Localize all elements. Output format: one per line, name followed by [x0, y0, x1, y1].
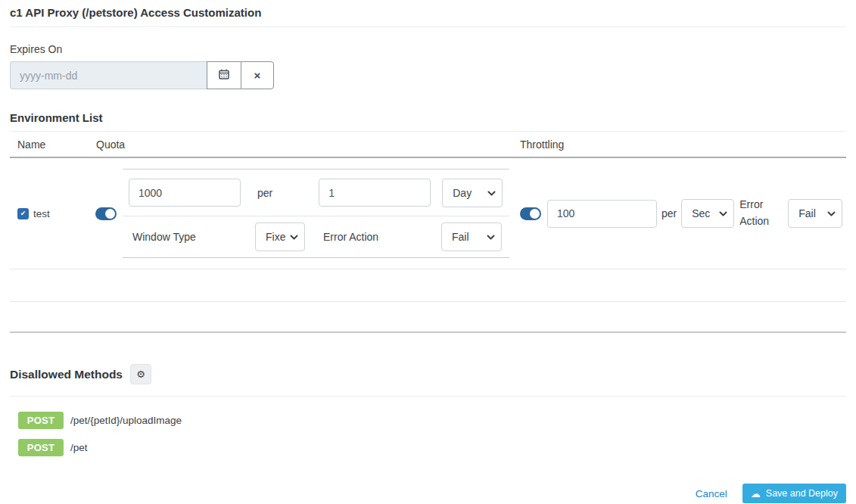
quota-options-row: Window Type Fixe Error Action Fail: [123, 216, 509, 258]
quota-enabled-toggle[interactable]: [95, 207, 117, 220]
method-badge: POST: [18, 439, 64, 456]
window-type-select-wrap: Fixe: [255, 222, 305, 251]
list-item: POST /pet/{petId}/uploadImage: [18, 412, 846, 429]
throttling-time-unit-select[interactable]: Sec: [681, 199, 734, 228]
disallowed-methods-header: Disallowed Methods ⚙: [10, 364, 846, 397]
environment-table-header: Name Quota Throttling: [10, 132, 846, 158]
footer-actions: Cancel ☁ Save and Deploy: [10, 484, 846, 504]
method-path: /pet: [70, 442, 88, 453]
list-item: POST /pet: [18, 439, 846, 456]
column-header-name: Name: [10, 138, 89, 151]
expires-date-input[interactable]: [10, 61, 207, 89]
clear-date-button[interactable]: ×: [241, 61, 274, 89]
cancel-button[interactable]: Cancel: [696, 488, 727, 499]
environment-name: test: [33, 208, 50, 219]
quota-per-label: per: [257, 187, 272, 199]
expires-on-label: Expires On: [10, 43, 846, 55]
configure-methods-button[interactable]: ⚙: [130, 364, 151, 384]
window-type-label: Window Type: [132, 231, 255, 243]
throttling-enabled-toggle[interactable]: [520, 207, 541, 220]
quota-cell: per Day Window Type Fi: [89, 169, 515, 258]
page-title: c1 API Proxy (/petstore) Access Customiz…: [10, 6, 846, 19]
calendar-button[interactable]: [207, 61, 241, 89]
throttling-error-action-select[interactable]: Fail: [788, 199, 842, 228]
column-header-quota: Quota: [89, 138, 515, 151]
cloud-icon: ☁: [751, 489, 761, 499]
environment-checkbox[interactable]: ✔: [17, 208, 29, 219]
expires-section: Expires On: [10, 43, 846, 89]
toggle-knob: [530, 209, 540, 219]
environment-table: Name Quota Throttling ✔ test per: [10, 132, 846, 333]
disallowed-methods-heading: Disallowed Methods: [10, 368, 123, 381]
empty-table-row: [10, 302, 846, 333]
quota-subtable: per Day Window Type Fi: [123, 169, 509, 258]
method-path: /pet/{petId}/uploadImage: [70, 415, 182, 426]
environment-list-heading: Environment List: [10, 111, 846, 132]
gear-icon: ⚙: [136, 369, 145, 380]
table-row: ✔ test per Day: [10, 158, 846, 269]
throttling-error-action-select-wrap: Fail: [788, 199, 842, 228]
throttling-error-action-label: Error Action: [739, 197, 779, 229]
close-icon: ×: [254, 70, 261, 81]
throttling-cell: per Sec Error Action Fail: [515, 197, 846, 229]
throttling-per-label: per: [661, 207, 677, 219]
quota-time-unit-select-wrap: Day: [442, 179, 503, 207]
disallowed-methods-list: POST /pet/{petId}/uploadImage POST /pet: [10, 412, 846, 456]
window-type-select[interactable]: Fixe: [255, 222, 305, 251]
check-icon: ✔: [20, 210, 26, 217]
empty-table-row: [10, 269, 846, 302]
access-customization-page: c1 API Proxy (/petstore) Access Customiz…: [0, 0, 856, 504]
column-header-throttling: Throttling: [515, 138, 846, 151]
quota-time-unit-select[interactable]: Day: [442, 179, 503, 207]
quota-limit-input[interactable]: [129, 179, 241, 207]
environment-name-cell: ✔ test: [10, 208, 89, 219]
quota-error-action-select-wrap: Fail: [441, 222, 502, 251]
quota-error-action-label: Error Action: [323, 231, 441, 243]
throttling-time-unit-select-wrap: Sec: [681, 199, 734, 228]
method-badge: POST: [18, 412, 64, 429]
save-and-deploy-button[interactable]: ☁ Save and Deploy: [742, 484, 846, 503]
page-header: c1 API Proxy (/petstore) Access Customiz…: [10, 0, 846, 27]
save-and-deploy-label: Save and Deploy: [766, 488, 838, 499]
expires-date-group: ×: [10, 61, 274, 89]
quota-error-action-select[interactable]: Fail: [441, 222, 502, 251]
quota-interval-input[interactable]: [319, 179, 431, 207]
throttling-limit-input[interactable]: [547, 200, 657, 228]
toggle-knob: [105, 209, 115, 219]
quota-limit-row: per Day: [123, 170, 509, 216]
calendar-icon: [219, 69, 229, 82]
